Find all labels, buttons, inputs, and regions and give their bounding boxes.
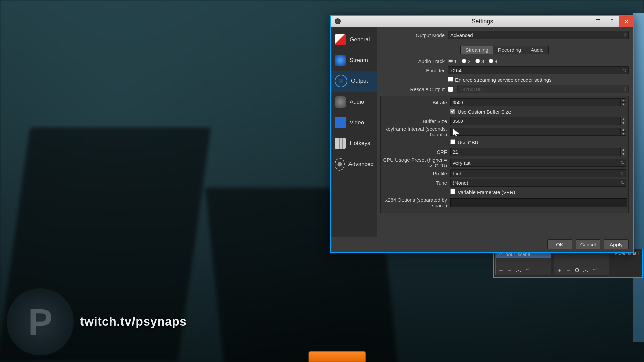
sidebar-item-audio[interactable]: Audio [331,92,377,112]
sidebar-item-video[interactable]: Video [331,112,377,133]
ok-button[interactable]: OK [547,239,572,249]
close-button[interactable]: ✕ [619,16,633,27]
profile-label: Profile [383,171,450,176]
sidebar-label: Advanced [348,161,374,168]
audio-track-4[interactable]: 4 [489,58,497,64]
spin-down-icon[interactable]: ▼ [620,121,626,125]
buffer-input[interactable]: ▲▼ [450,117,626,125]
watermark-logo: P [7,288,74,355]
tab-recording[interactable]: Recording [493,46,526,54]
rescale-checkbox[interactable] [448,87,453,92]
tune-select[interactable]: (None)⇅ [450,179,626,187]
keyframe-label: Keyframe Interval (seconds, 0=auto) [383,126,450,137]
audio-icon [335,96,346,108]
scene-down-button[interactable]: ﹀ [524,267,531,274]
chevron-updown-icon: ⇅ [621,171,624,176]
spin-up-icon[interactable]: ▲ [620,148,626,152]
add-scene-button[interactable]: ＋ [498,267,504,274]
encoder-settings-box: Bitrate ▲▼ Use Custom Buffer Size Buffer… [380,96,629,213]
audio-track-2[interactable]: 2 [462,58,470,64]
sidebar-item-output[interactable]: Output [331,71,377,92]
spin-down-icon[interactable]: ▼ [620,132,626,136]
sidebar-item-stream[interactable]: Stream [331,50,377,71]
sidebar-label: Video [350,119,364,126]
output-mode-label: Output Mode [380,32,448,38]
titlebar[interactable]: Settings ❐ ? ✕ [331,16,633,27]
taskbar-fragment [309,351,366,362]
tab-audio[interactable]: Audio [526,46,548,54]
restore-button[interactable]: ❐ [591,16,605,27]
x264-options-input[interactable] [450,198,627,207]
output-tabs: Streaming Recording Audio [380,46,629,54]
chevron-updown-icon: ⇅ [621,180,624,185]
encoder-label: Encoder [380,68,448,73]
chevron-updown-icon: ⇅ [623,33,626,37]
sidebar-item-hotkeys[interactable]: Hotkeys [331,133,377,154]
sidebar-label: Audio [350,99,364,105]
x264-options-label: x264 Options (separated by space) [383,197,450,208]
scenes-panel: 24_hour_scene ＋ － ︿ ﹀ ＋ － ⚙ ︿ ﹀ Video sm… [493,249,643,278]
spin-up-icon[interactable]: ▲ [620,98,626,102]
scene-up-button[interactable]: ︿ [515,267,522,274]
advanced-icon [335,158,345,171]
chevron-updown-icon: ⇅ [621,160,624,165]
use-cbr-checkbox[interactable]: Use CBR [450,140,479,145]
add-source-button[interactable]: ＋ [556,267,563,274]
bitrate-input[interactable]: ▲▼ [450,98,626,106]
apply-button[interactable]: Apply [604,239,629,249]
audio-track-1[interactable]: 1 [448,58,457,64]
cpu-preset-select[interactable]: veryfast⇅ [450,159,626,167]
spin-down-icon[interactable]: ▼ [620,102,626,106]
audio-track-3[interactable]: 3 [475,58,484,64]
output-mode-select[interactable]: Advanced⇅ [448,31,629,39]
source-settings-button[interactable]: ⚙ [574,267,580,274]
audio-track-label: Audio Track [380,58,448,64]
tune-label: Tune [383,180,450,186]
profile-select[interactable]: high⇅ [450,169,626,177]
remove-source-button[interactable]: － [565,267,572,274]
audio-track-radios: 1 2 3 4 [448,58,629,64]
dialog-footer: OK Cancel Apply [331,237,633,252]
general-icon [335,34,346,45]
settings-sidebar: General Stream Output Audio Video Hotkey… [331,27,377,237]
spin-up-icon[interactable]: ▲ [620,128,626,132]
sidebar-item-advanced[interactable]: Advanced [331,154,377,175]
window-edge-strip [633,13,644,342]
bitrate-label: Bitrate [383,100,450,105]
sidebar-label: General [350,36,370,43]
cancel-button[interactable]: Cancel [576,239,600,249]
source-down-button[interactable]: ﹀ [591,267,598,274]
scenes-list[interactable]: 24_hour_scene ＋ － ︿ ﹀ [495,251,551,275]
hotkeys-icon [335,138,346,149]
encoder-select[interactable]: x264⇅ [448,66,629,74]
video-icon [335,117,346,128]
tab-streaming[interactable]: Streaming [460,46,493,54]
buffer-label: Buffer Size [383,118,450,124]
sidebar-label: Output [351,78,368,84]
rescale-resolution-select: 644x362⇅ [457,85,629,93]
spin-down-icon[interactable]: ▼ [620,152,626,156]
sources-list[interactable]: ＋ － ⚙ ︿ ﹀ [554,251,609,275]
window-title: Settings [331,18,633,25]
source-up-button[interactable]: ︿ [582,267,589,274]
remove-scene-button[interactable]: － [506,267,513,274]
sidebar-label: Hotkeys [350,140,370,147]
stream-icon [335,55,346,66]
output-icon [335,75,347,87]
custom-buffer-checkbox[interactable]: Use Custom Buffer Size [450,109,511,115]
crf-input[interactable]: ▲▼ [450,148,626,156]
keyframe-input[interactable]: ▲▼ [450,128,626,136]
chevron-updown-icon: ⇅ [623,68,626,73]
vfr-checkbox[interactable]: Variable Framerate (VFR) [450,189,515,195]
help-button[interactable]: ? [605,16,619,27]
spin-up-icon[interactable]: ▲ [620,117,626,121]
watermark: P twitch.tv/psynaps [7,288,187,355]
transition-column: Video small [612,251,641,275]
app-icon [335,18,341,24]
sidebar-item-general[interactable]: General [331,29,377,50]
settings-window: Settings ❐ ? ✕ General Stream Output Aud… [330,15,634,253]
sidebar-label: Stream [350,57,368,64]
crf-label: CRF [383,149,450,155]
enforce-checkbox[interactable]: Enforce streaming service encoder settin… [448,77,552,83]
rescale-label: Rescale Output [380,86,448,92]
